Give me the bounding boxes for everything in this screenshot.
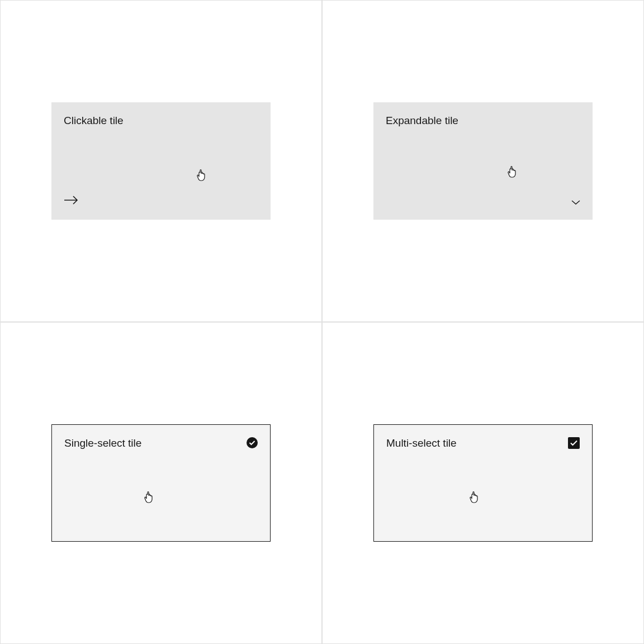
pointer-cursor-icon bbox=[507, 165, 519, 181]
multi-select-tile[interactable]: Multi-select tile bbox=[373, 424, 593, 542]
checkmark-filled-icon bbox=[247, 437, 258, 451]
quadrant-multi-select: Multi-select tile bbox=[322, 322, 644, 644]
clickable-tile[interactable]: Clickable tile bbox=[51, 102, 271, 220]
expandable-tile-title: Expandable tile bbox=[386, 115, 580, 127]
pointer-cursor-icon bbox=[469, 490, 481, 506]
expandable-tile[interactable]: Expandable tile bbox=[373, 102, 593, 220]
multi-select-tile-title: Multi-select tile bbox=[386, 437, 580, 449]
svg-point-0 bbox=[247, 437, 258, 448]
quadrant-expandable: Expandable tile bbox=[322, 0, 644, 322]
arrow-right-icon bbox=[64, 195, 78, 207]
single-select-tile-title: Single-select tile bbox=[64, 437, 258, 449]
clickable-tile-title: Clickable tile bbox=[64, 115, 258, 127]
quadrant-clickable: Clickable tile bbox=[0, 0, 322, 322]
checkbox-checked-icon bbox=[568, 437, 580, 451]
quadrant-single-select: Single-select tile bbox=[0, 322, 322, 644]
pointer-cursor-icon bbox=[144, 490, 156, 506]
chevron-down-icon bbox=[571, 197, 580, 207]
pointer-cursor-icon bbox=[196, 168, 209, 184]
svg-rect-1 bbox=[568, 437, 580, 449]
single-select-tile[interactable]: Single-select tile bbox=[51, 424, 271, 542]
